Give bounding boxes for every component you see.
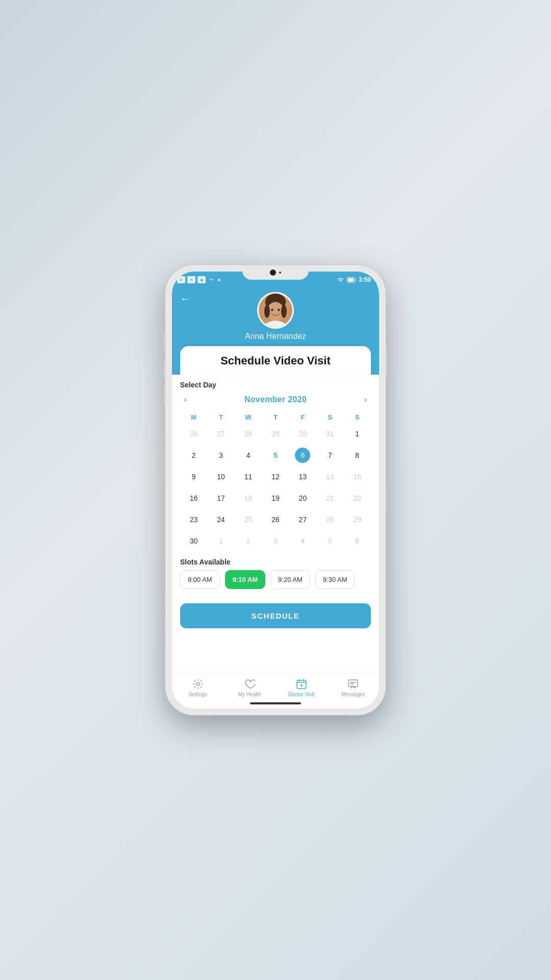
- weekday-header-m: M: [180, 411, 207, 423]
- calendar-day[interactable]: 29: [344, 509, 371, 530]
- weekday-header-f: F: [289, 411, 316, 423]
- calendar-plus-icon: [295, 678, 308, 690]
- calendar-day[interactable]: 12: [262, 466, 289, 487]
- calendar-day[interactable]: 20: [289, 487, 316, 509]
- title-card: Schedule Video Visit: [180, 346, 371, 375]
- calendar-day[interactable]: 7: [316, 445, 343, 466]
- bottom-nav: Settings My Health: [172, 673, 379, 700]
- main-content: Select Day ‹ November 2020 › M T W: [172, 375, 379, 673]
- calendar-month-year: November 2020: [244, 395, 307, 404]
- nav-settings[interactable]: Settings: [172, 678, 224, 697]
- calendar-day[interactable]: 28: [235, 423, 262, 445]
- calendar-day[interactable]: 14: [316, 466, 343, 487]
- status-right-icons: 3:59: [337, 276, 371, 283]
- svg-point-6: [281, 305, 287, 318]
- nav-messages-label: Messages: [341, 692, 365, 697]
- nav-my-health[interactable]: My Health: [224, 678, 276, 697]
- weekday-header-w: W: [235, 411, 262, 423]
- calendar-day[interactable]: 30: [180, 530, 207, 552]
- calendar-day[interactable]: 6: [289, 445, 316, 466]
- svg-point-8: [278, 309, 280, 311]
- calendar-day[interactable]: 4: [235, 445, 262, 466]
- calendar-day[interactable]: 8: [344, 445, 371, 466]
- calendar-day[interactable]: 27: [207, 423, 234, 445]
- calendar-day[interactable]: 5: [262, 445, 289, 466]
- nav-doctor-visit-label: Doctor Visit: [288, 692, 314, 697]
- svg-rect-13: [348, 680, 358, 687]
- doctor-avatar-image: [259, 292, 292, 329]
- wifi-icon: [337, 277, 344, 283]
- status-dot: [218, 279, 220, 281]
- calendar-day[interactable]: 26: [262, 509, 289, 530]
- calendar-day[interactable]: 24: [207, 509, 234, 530]
- calendar: ‹ November 2020 › M T W T F S: [180, 393, 371, 552]
- calendar-day[interactable]: 2: [235, 530, 262, 552]
- calendar-day[interactable]: 23: [180, 509, 207, 530]
- calendar-day[interactable]: 3: [207, 445, 234, 466]
- heart-icon: [243, 678, 256, 690]
- calendar-day[interactable]: 4: [289, 530, 316, 552]
- calendar-nav: ‹ November 2020 ›: [180, 393, 371, 406]
- status-icon-2: ✕: [187, 276, 195, 283]
- status-icon-4: ✏: [208, 276, 216, 283]
- status-left-icons: 31 ✕ ◉ ✏: [177, 276, 220, 283]
- calendar-day[interactable]: 30: [289, 423, 316, 445]
- time-slot-button[interactable]: 9:10 AM: [225, 570, 265, 589]
- time-slot-button[interactable]: 9:00 AM: [180, 570, 220, 589]
- status-icon-3: ◉: [197, 276, 206, 283]
- phone-screen: 31 ✕ ◉ ✏ 3:59: [172, 272, 379, 708]
- calendar-grid: M T W T F S S 26272829303112345678910111…: [180, 411, 371, 552]
- nav-my-health-label: My Health: [238, 692, 261, 697]
- weekday-header-s2: S: [344, 411, 371, 423]
- select-day-label: Select Day: [180, 381, 371, 389]
- nav-doctor-visit[interactable]: Doctor Visit: [276, 678, 328, 697]
- calendar-day[interactable]: 1: [344, 423, 371, 445]
- time-slot-button[interactable]: 9:20 AM: [270, 570, 310, 589]
- nav-messages[interactable]: Messages: [328, 678, 380, 697]
- calendar-day[interactable]: 2: [180, 445, 207, 466]
- phone-frame: 31 ✕ ◉ ✏ 3:59: [166, 265, 385, 715]
- calendar-day[interactable]: 6: [344, 530, 371, 552]
- calendar-day[interactable]: 25: [235, 509, 262, 530]
- schedule-btn-wrap: SCHEDULE: [180, 597, 371, 635]
- calendar-day[interactable]: 21: [316, 487, 343, 509]
- svg-point-11: [196, 682, 199, 685]
- back-button[interactable]: ←: [180, 293, 190, 305]
- weekday-header-s1: S: [316, 411, 343, 423]
- slots-section: Slots Available 9:00 AM9:10 AM9:20 AM9:3…: [180, 558, 371, 591]
- calendar-day[interactable]: 3: [262, 530, 289, 552]
- status-icon-1: 31: [177, 276, 185, 283]
- nav-settings-label: Settings: [189, 692, 207, 697]
- next-month-button[interactable]: ›: [360, 393, 371, 406]
- gear-icon: [192, 678, 204, 690]
- calendar-day[interactable]: 9: [180, 466, 207, 487]
- status-time: 3:59: [359, 276, 371, 283]
- svg-point-7: [271, 309, 273, 311]
- page-title: Schedule Video Visit: [188, 354, 363, 368]
- svg-point-5: [264, 305, 270, 318]
- calendar-day[interactable]: 29: [262, 423, 289, 445]
- message-icon: [347, 678, 359, 690]
- calendar-day[interactable]: 22: [344, 487, 371, 509]
- prev-month-button[interactable]: ‹: [180, 393, 191, 406]
- calendar-day[interactable]: 10: [207, 466, 234, 487]
- home-indicator: [172, 700, 379, 708]
- calendar-day[interactable]: 16: [180, 487, 207, 509]
- calendar-day[interactable]: 13: [289, 466, 316, 487]
- calendar-day[interactable]: 11: [235, 466, 262, 487]
- weekday-header-t2: T: [262, 411, 289, 423]
- calendar-day[interactable]: 1: [207, 530, 234, 552]
- calendar-day[interactable]: 5: [316, 530, 343, 552]
- time-slot-button[interactable]: 9:30 AM: [315, 570, 355, 589]
- calendar-day[interactable]: 19: [262, 487, 289, 509]
- calendar-day[interactable]: 18: [235, 487, 262, 509]
- calendar-day[interactable]: 17: [207, 487, 234, 509]
- calendar-day[interactable]: 27: [289, 509, 316, 530]
- calendar-day[interactable]: 15: [344, 466, 371, 487]
- avatar: [257, 292, 294, 329]
- sensor: [279, 272, 281, 274]
- schedule-button[interactable]: SCHEDULE: [180, 603, 371, 628]
- calendar-day[interactable]: 28: [316, 509, 343, 530]
- calendar-day[interactable]: 31: [316, 423, 343, 445]
- calendar-day[interactable]: 26: [180, 423, 207, 445]
